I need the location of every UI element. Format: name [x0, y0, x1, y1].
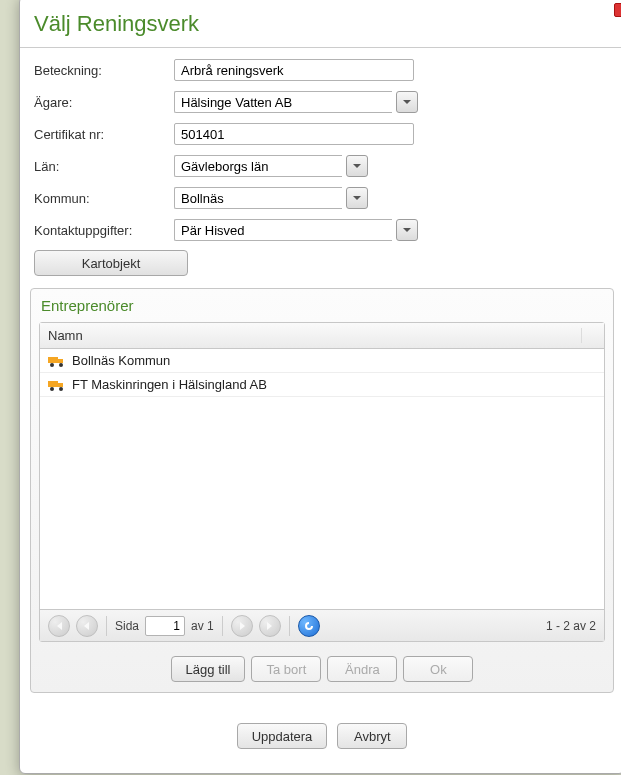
kartobjekt-button[interactable]: Kartobjekt [34, 250, 188, 276]
ok-button[interactable]: Ok [403, 656, 473, 682]
dropdown-lan[interactable] [346, 155, 368, 177]
dialog: Välj Reningsverk Beteckning: Ägare: Cert… [19, 0, 621, 774]
label-beteckning: Beteckning: [34, 63, 174, 78]
last-page-icon [265, 621, 275, 631]
pager-count-label: 1 - 2 av 2 [546, 619, 596, 633]
table-row[interactable]: FT Maskinringen i Hälsingland AB [40, 373, 604, 397]
remove-button[interactable]: Ta bort [251, 656, 321, 682]
first-page-icon [54, 621, 64, 631]
refresh-icon [304, 621, 314, 631]
edit-button[interactable]: Ändra [327, 656, 397, 682]
chevron-down-icon [352, 161, 362, 171]
svg-point-6 [50, 387, 54, 391]
cancel-button[interactable]: Avbryt [337, 723, 407, 749]
pager-last-button[interactable] [259, 615, 281, 637]
table-row[interactable]: Bollnäs Kommun [40, 349, 604, 373]
label-certifikat: Certifikat nr: [34, 127, 174, 142]
pager-prev-button[interactable] [76, 615, 98, 637]
close-button[interactable] [614, 3, 621, 17]
input-kontakt[interactable] [174, 219, 392, 241]
truck-icon [48, 379, 66, 391]
label-kontakt: Kontaktuppgifter: [34, 223, 174, 238]
add-button[interactable]: Lägg till [171, 656, 246, 682]
pager-refresh-button[interactable] [298, 615, 320, 637]
svg-rect-4 [48, 381, 58, 387]
input-beteckning[interactable] [174, 59, 414, 81]
truck-icon [48, 355, 66, 367]
chevron-down-icon [352, 193, 362, 203]
row-name: Bollnäs Kommun [72, 353, 170, 368]
chevron-down-icon [402, 97, 412, 107]
chevron-down-icon [402, 225, 412, 235]
pager-sida-label: Sida [115, 619, 139, 633]
panel-actions: Lägg till Ta bort Ändra Ok [39, 656, 605, 682]
update-button[interactable]: Uppdatera [237, 723, 328, 749]
pager-first-button[interactable] [48, 615, 70, 637]
svg-rect-0 [48, 357, 58, 363]
svg-point-3 [59, 363, 63, 367]
label-kommun: Kommun: [34, 191, 174, 206]
svg-point-2 [50, 363, 54, 367]
svg-rect-1 [58, 359, 63, 363]
separator [106, 616, 107, 636]
separator [289, 616, 290, 636]
label-lan: Län: [34, 159, 174, 174]
row-name: FT Maskinringen i Hälsingland AB [72, 377, 267, 392]
grid-header: Namn [40, 323, 604, 349]
dropdown-agare[interactable] [396, 91, 418, 113]
dropdown-kontakt[interactable] [396, 219, 418, 241]
dialog-title: Välj Reningsverk [20, 0, 621, 48]
input-agare[interactable] [174, 91, 392, 113]
dropdown-kommun[interactable] [346, 187, 368, 209]
pager-page-input[interactable] [145, 616, 185, 636]
form-area: Beteckning: Ägare: Certifikat nr: Län: [20, 48, 621, 286]
input-lan[interactable] [174, 155, 342, 177]
pager-next-button[interactable] [231, 615, 253, 637]
input-kommun[interactable] [174, 187, 342, 209]
svg-point-7 [59, 387, 63, 391]
panel-title: Entreprenörer [39, 295, 605, 322]
next-page-icon [237, 621, 247, 631]
pager: Sida av 1 1 - 2 av 2 [40, 609, 604, 641]
separator [222, 616, 223, 636]
grid-body[interactable]: Bollnäs Kommun FT Maskinringen i Hälsing… [40, 349, 604, 609]
prev-page-icon [82, 621, 92, 631]
dialog-actions: Uppdatera Avbryt [20, 701, 621, 773]
input-certifikat[interactable] [174, 123, 414, 145]
pager-av-label: av 1 [191, 619, 214, 633]
svg-rect-5 [58, 383, 63, 387]
label-agare: Ägare: [34, 95, 174, 110]
entreprenorer-panel: Entreprenörer Namn Bollnäs Kommun FT Ma [30, 288, 614, 693]
column-header-namn[interactable]: Namn [40, 328, 582, 343]
entreprenorer-grid: Namn Bollnäs Kommun FT Maskinringen i Hä… [39, 322, 605, 642]
